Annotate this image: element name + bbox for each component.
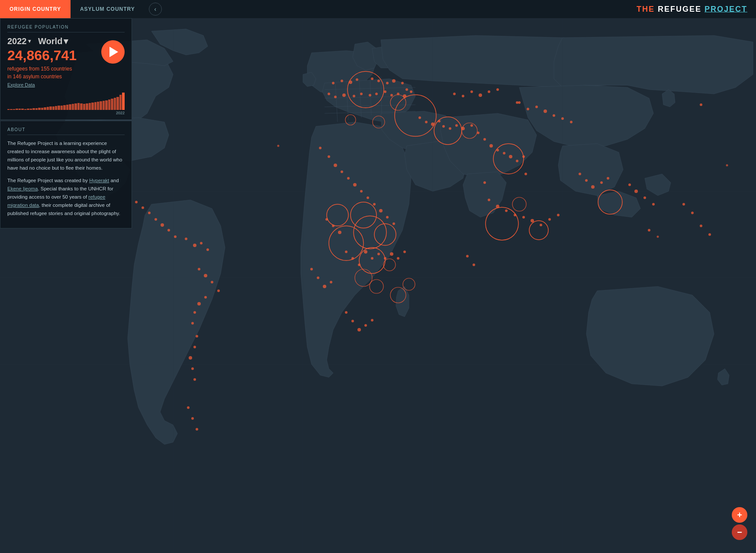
explore-data-link[interactable]: Explore Data [7,82,35,87]
svg-point-182 [726,164,728,167]
svg-point-90 [392,222,395,225]
chart-bar [32,108,35,110]
svg-point-172 [345,311,347,314]
svg-point-58 [390,94,393,96]
svg-point-62 [418,116,421,119]
chart-bar [19,109,21,110]
svg-point-163 [488,90,490,93]
svg-point-73 [489,144,493,148]
svg-point-130 [579,173,581,175]
svg-point-64 [431,122,434,126]
chart-bar [91,103,93,110]
svg-point-155 [531,219,534,222]
chart-bar [16,109,18,110]
svg-point-99 [377,253,380,255]
svg-point-127 [189,356,192,360]
svg-point-111 [167,229,170,231]
svg-point-158 [557,214,560,216]
zoom-out-button[interactable]: − [732,524,747,540]
world-selector[interactable]: World ▾ [38,36,68,46]
svg-point-94 [345,251,347,253]
site-title-project[interactable]: PROJECT [705,5,747,13]
chart-bar [27,109,29,110]
chart-bar [55,106,57,110]
left-panel: REFUGEE POPULATION 2022 ▾ World ▾ 24,866… [0,18,132,228]
zoom-controls: + − [732,507,747,540]
chart-bar [13,109,15,110]
svg-point-76 [509,155,512,158]
svg-point-45 [377,80,380,82]
play-icon [109,47,118,57]
chart-bar [86,103,88,110]
chart-bar [38,108,40,110]
chart-bar [41,108,43,110]
world-arrow: ▾ [64,36,68,46]
svg-point-184 [708,233,711,236]
chart-bar [103,101,105,110]
svg-point-121 [204,296,207,299]
chart-area [7,93,125,110]
svg-point-65 [438,120,441,122]
svg-point-181 [691,212,694,214]
svg-point-50 [328,93,330,95]
svg-point-138 [652,203,655,206]
chart-bar [24,109,26,110]
zoom-in-button[interactable]: + [732,507,747,523]
chart-bar [21,109,23,110]
year-selector[interactable]: 2022 ▾ [7,36,31,46]
origin-country-btn[interactable]: ORIGIN COUNTRY [0,0,71,18]
svg-point-168 [466,255,469,257]
svg-point-87 [373,203,376,206]
svg-point-144 [561,117,564,120]
chart-bar [69,104,71,110]
chart-bar [72,104,74,110]
back-button[interactable]: ‹ [149,3,162,16]
svg-point-107 [330,281,332,283]
svg-point-53 [353,95,355,97]
svg-point-106 [323,285,326,288]
svg-point-55 [369,94,371,96]
svg-point-47 [392,79,396,83]
svg-point-52 [342,93,346,97]
chart-bar [44,107,46,110]
svg-point-176 [371,319,373,322]
play-button[interactable] [101,40,125,64]
svg-point-157 [548,218,551,221]
ekene-link[interactable]: Ekene Ijeoma [7,186,38,191]
svg-point-81 [334,164,337,167]
chart-bar [61,106,63,110]
svg-point-170 [648,229,650,231]
svg-point-119 [211,281,213,283]
svg-point-174 [357,328,361,331]
svg-point-166 [142,206,144,209]
svg-point-92 [332,225,335,227]
svg-point-169 [473,264,475,266]
svg-point-131 [585,179,588,182]
svg-point-74 [496,149,499,151]
svg-point-125 [196,335,198,338]
svg-point-173 [351,320,354,322]
refugees-desc-line2: in 146 asylum countries [7,74,62,80]
svg-point-75 [503,152,505,154]
svg-point-147 [516,101,518,104]
svg-point-108 [148,212,151,214]
svg-point-153 [514,214,516,216]
stats-section-label: REFUGEE POPULATION [7,25,125,32]
svg-point-70 [470,124,473,127]
svg-point-164 [496,88,499,91]
svg-point-96 [358,264,360,266]
about-card: ABOUT The Refugee Project is a learning … [0,121,132,228]
chart-bar [74,103,77,110]
svg-point-63 [425,121,428,123]
svg-point-93 [338,231,341,234]
svg-point-113 [185,238,187,240]
hyperakt-link[interactable]: Hyperakt [89,178,109,183]
svg-point-68 [455,124,458,127]
svg-point-48 [401,82,404,84]
svg-point-151 [496,205,499,208]
asylum-country-btn[interactable]: ASYLUM COUNTRY [71,0,145,18]
site-title-the: THE [637,5,658,13]
svg-point-84 [353,183,357,186]
svg-point-67 [449,127,451,130]
chart-bar [63,105,65,110]
